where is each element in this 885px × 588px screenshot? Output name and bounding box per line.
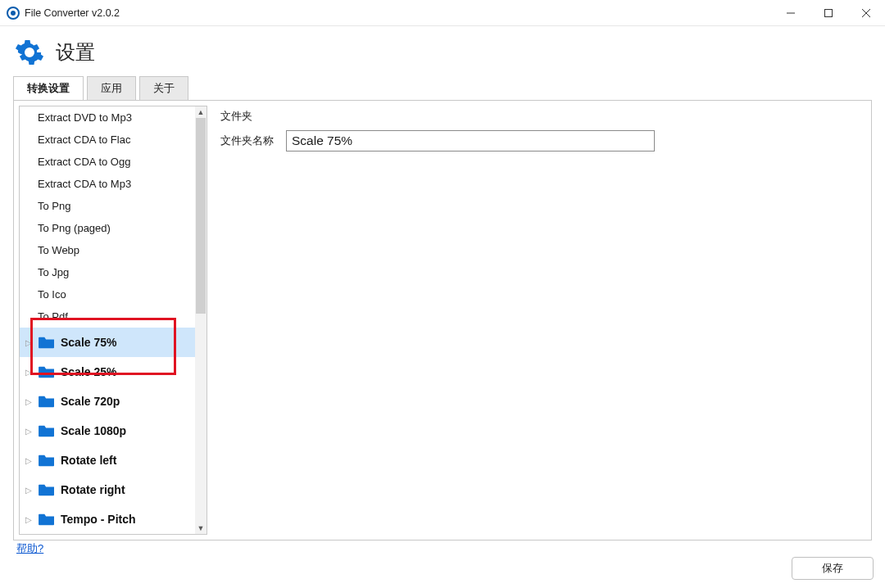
preset-item[interactable]: To Png [20, 195, 195, 217]
folder-name-row: 文件夹名称 [220, 130, 858, 152]
tab-about[interactable]: 关于 [139, 76, 188, 101]
folder-icon [38, 335, 56, 350]
preset-folder-scale-1080p[interactable]: ▷ Scale 1080p [20, 416, 195, 446]
scrollbar-thumb[interactable] [196, 118, 206, 314]
folder-icon [38, 394, 56, 409]
preset-item[interactable]: Extract CDA to Ogg [20, 151, 195, 173]
app-icon [7, 7, 20, 20]
settings-panel: Extract DVD to Mp3 Extract CDA to Flac E… [13, 100, 872, 541]
preset-item[interactable]: Extract DVD to Mp3 [20, 106, 195, 129]
preset-item[interactable]: Extract CDA to Mp3 [20, 173, 195, 195]
folder-label: Tempo - Pitch [61, 513, 136, 526]
chevron-right-icon: ▷ [25, 338, 33, 347]
title-bar: File Converter v2.0.2 [0, 0, 885, 26]
folder-label: Rotate right [61, 483, 125, 496]
folder-label: Scale 1080p [61, 424, 126, 437]
preset-folder-scale-75[interactable]: ▷ Scale 75% [20, 328, 195, 357]
window-title: File Converter v2.0.2 [25, 7, 120, 19]
scroll-down-icon[interactable]: ▼ [195, 522, 206, 534]
folder-label: Scale 720p [61, 395, 120, 408]
preset-folder-tempo-pitch[interactable]: ▷ Tempo - Pitch [20, 504, 195, 534]
folder-icon [38, 453, 56, 468]
folder-icon [38, 423, 56, 438]
folder-label: Scale 75% [61, 336, 117, 349]
preset-list-scroll[interactable]: Extract DVD to Mp3 Extract CDA to Flac E… [20, 106, 206, 534]
chevron-right-icon: ▷ [25, 515, 33, 524]
maximize-button[interactable] [810, 0, 847, 25]
chevron-right-icon: ▷ [25, 486, 33, 495]
chevron-right-icon: ▷ [25, 397, 33, 406]
chevron-right-icon: ▷ [25, 427, 33, 436]
page-title: 设置 [56, 39, 95, 66]
preset-item[interactable]: To Jpg [20, 261, 195, 283]
folder-name-input[interactable] [286, 130, 655, 152]
minimize-button[interactable] [772, 0, 810, 25]
chevron-right-icon: ▷ [25, 456, 33, 465]
svg-rect-1 [825, 9, 833, 16]
window-controls [772, 0, 885, 25]
scroll-up-icon[interactable]: ▲ [195, 106, 206, 118]
settings-tabs: 转换设置 应用 关于 [0, 75, 885, 100]
preset-item[interactable]: To Png (paged) [20, 217, 195, 239]
preset-item[interactable]: Extract CDA to Flac [20, 129, 195, 151]
preset-list: Extract DVD to Mp3 Extract CDA to Flac E… [19, 106, 207, 535]
preset-folder-scale-25[interactable]: ▷ Scale 25% [20, 357, 195, 387]
folder-label: Scale 25% [61, 365, 117, 378]
group-label-folder: 文件夹 [220, 109, 858, 124]
properties-pane: 文件夹 文件夹名称 [212, 101, 871, 540]
tab-conversion-settings[interactable]: 转换设置 [13, 76, 84, 101]
preset-folder-scale-720p[interactable]: ▷ Scale 720p [20, 387, 195, 416]
folder-name-label: 文件夹名称 [220, 133, 278, 148]
preset-item[interactable]: To Webp [20, 239, 195, 261]
vertical-scrollbar[interactable]: ▲ ▼ [195, 106, 206, 534]
preset-folder-rotate-right[interactable]: ▷ Rotate right [20, 475, 195, 504]
tab-application[interactable]: 应用 [87, 76, 136, 101]
help-link[interactable]: 帮助? [16, 541, 43, 556]
folder-icon [38, 482, 56, 497]
preset-item[interactable]: To Pdf [20, 305, 195, 328]
folder-label: Rotate left [61, 454, 116, 467]
folder-icon [38, 364, 56, 379]
folder-icon [38, 512, 56, 527]
gear-icon [15, 38, 44, 67]
close-button[interactable] [847, 0, 885, 25]
preset-item[interactable]: To Ico [20, 283, 195, 305]
page-header: 设置 [0, 26, 885, 75]
save-button[interactable]: 保存 [792, 557, 874, 580]
footer-actions: 保存 [792, 557, 874, 580]
preset-folder-rotate-left[interactable]: ▷ Rotate left [20, 446, 195, 475]
chevron-right-icon: ▷ [25, 368, 33, 377]
